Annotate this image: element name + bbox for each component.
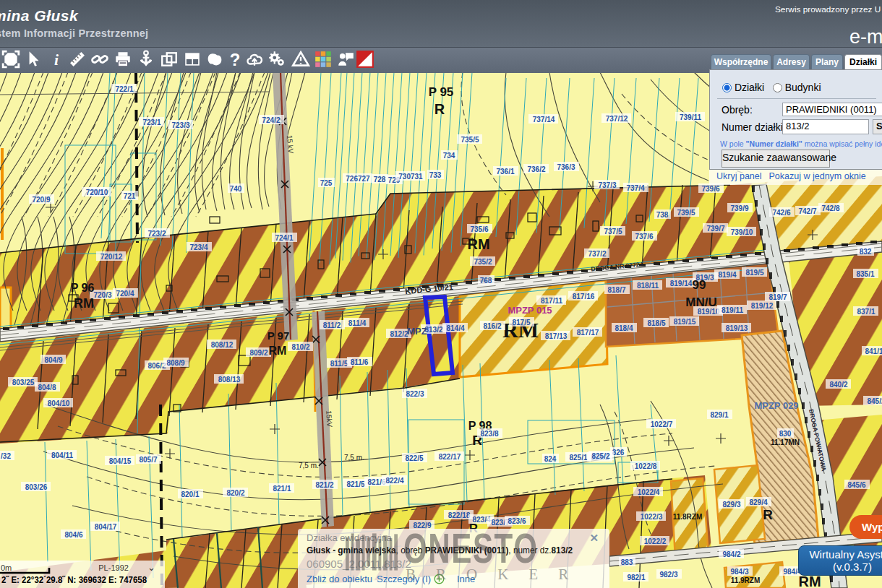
svg-text:RM: RM [798, 574, 821, 588]
svg-text:723/4: 723/4 [189, 243, 207, 251]
svg-text:723/1: 723/1 [142, 118, 160, 126]
svg-text:P 97: P 97 [267, 329, 290, 342]
svg-text:817/17: 817/17 [577, 329, 599, 337]
svg-text:726727: 726727 [346, 175, 370, 183]
svg-text:11.9RZM: 11.9RZM [731, 576, 761, 584]
svg-text:817/16: 817/16 [573, 293, 595, 301]
svg-text:824: 824 [544, 455, 557, 463]
svg-text:723/3: 723/3 [171, 121, 189, 129]
svg-text:99: 99 [693, 278, 706, 292]
svg-text:818/4: 818/4 [615, 324, 633, 332]
svg-text:984/2: 984/2 [722, 550, 740, 558]
svg-text:R: R [434, 101, 445, 117]
svg-text:i: i [54, 51, 59, 69]
svg-text:816/2: 816/2 [483, 322, 501, 330]
svg-text:837/1: 837/1 [857, 308, 875, 316]
svg-text:RM: RM [269, 345, 287, 357]
svg-text:725: 725 [320, 179, 333, 187]
svg-text:818/5: 818/5 [647, 319, 665, 327]
svg-text:723/2: 723/2 [147, 230, 166, 238]
svg-text:7,5 m.: 7,5 m. [344, 454, 364, 462]
svg-text:720/4: 720/4 [116, 290, 134, 298]
svg-text:817/11: 817/11 [541, 297, 562, 305]
svg-text:R: R [763, 507, 773, 522]
svg-text:984/3: 984/3 [730, 568, 748, 576]
svg-text:RM: RM [467, 236, 489, 252]
svg-text:RM: RM [74, 296, 94, 311]
svg-text:823/8: 823/8 [480, 430, 498, 438]
svg-text:811/5: 811/5 [330, 360, 348, 368]
svg-text:982/3: 982/3 [659, 571, 677, 579]
svg-text:814/4: 814/4 [446, 324, 464, 332]
svg-text:7,5 m.: 7,5 m. [299, 462, 319, 470]
svg-text:768: 768 [480, 277, 492, 285]
svg-text:737/5: 737/5 [604, 228, 622, 235]
svg-text:803/25: 803/25 [12, 379, 35, 386]
svg-text:804/11: 804/11 [51, 451, 73, 459]
svg-text:737/6: 737/6 [635, 233, 653, 241]
svg-text:720/12: 720/12 [100, 253, 123, 261]
svg-text:736/2: 736/2 [527, 165, 545, 173]
svg-text:739/5: 739/5 [677, 209, 695, 217]
svg-text:819/15: 819/15 [674, 318, 696, 326]
svg-text:MPZP 029: MPZP 029 [754, 400, 798, 411]
svg-text:840/2: 840/2 [829, 381, 847, 389]
svg-text:811/2: 811/2 [323, 321, 341, 329]
svg-text:819/4: 819/4 [718, 271, 736, 279]
svg-text:734: 734 [443, 152, 455, 160]
svg-text:820/2: 820/2 [226, 489, 244, 497]
svg-text:821/1: 821/1 [273, 485, 291, 493]
svg-text:818/11: 818/11 [637, 282, 659, 290]
svg-text:739/9: 739/9 [730, 204, 748, 212]
svg-text:808/13: 808/13 [218, 376, 241, 384]
svg-text:P 96: P 96 [71, 282, 95, 294]
svg-text:805/7: 805/7 [139, 456, 157, 464]
svg-text:737/4: 737/4 [626, 184, 644, 192]
svg-text:742/7: 742/7 [798, 207, 816, 215]
svg-text:720/10: 720/10 [86, 189, 108, 196]
svg-text:738: 738 [656, 211, 669, 219]
svg-text:737/14: 737/14 [533, 116, 555, 124]
svg-text:810/2: 810/2 [291, 343, 309, 351]
svg-text:804/9: 804/9 [44, 356, 62, 364]
svg-text:721: 721 [124, 192, 136, 200]
svg-text:735/2: 735/2 [474, 258, 492, 266]
svg-text:804/17: 804/17 [95, 523, 117, 531]
svg-text:?: ? [230, 50, 241, 69]
svg-text:736/1: 736/1 [496, 168, 514, 176]
svg-text:819/13: 819/13 [726, 324, 748, 332]
svg-text:819/12: 819/12 [751, 302, 774, 310]
svg-text:722/1: 722/1 [115, 85, 133, 93]
svg-text:MN/U: MN/U [685, 295, 716, 309]
svg-text:1022/3: 1022/3 [641, 513, 663, 521]
svg-text:11.8RZM: 11.8RZM [673, 513, 703, 521]
svg-text:739/7: 739/7 [706, 225, 724, 233]
svg-text:811/4: 811/4 [348, 319, 367, 327]
svg-text:11.17MN: 11.17MN [771, 438, 800, 446]
svg-text:830: 830 [779, 430, 792, 438]
svg-text:829/1: 829/1 [710, 411, 728, 419]
svg-text:841/1: 841/1 [865, 347, 882, 355]
svg-text:/32: /32 [1, 452, 11, 460]
svg-text:15 kV: 15 kV [286, 135, 295, 155]
svg-text:739/11: 739/11 [680, 113, 701, 121]
svg-text:804/15: 804/15 [109, 457, 132, 465]
svg-text:724/2: 724/2 [262, 116, 280, 124]
svg-text:812/2: 812/2 [390, 330, 408, 338]
svg-text:811/6: 811/6 [351, 358, 369, 366]
svg-text:819/11: 819/11 [722, 306, 743, 314]
svg-text:737/3: 737/3 [598, 181, 616, 189]
svg-text:1022/4: 1022/4 [638, 488, 660, 496]
svg-text:821/5: 821/5 [346, 480, 364, 488]
svg-text:742/8: 742/8 [821, 204, 839, 212]
svg-text:809/2: 809/2 [249, 349, 267, 357]
svg-text:MPZ: MPZ [407, 326, 427, 337]
svg-text:822/5: 822/5 [405, 454, 423, 462]
svg-text:832: 832 [860, 248, 872, 256]
svg-text:819/7: 819/7 [768, 293, 787, 301]
svg-text:728: 728 [374, 176, 386, 183]
svg-text:733: 733 [429, 171, 442, 179]
svg-text:822/18: 822/18 [448, 511, 471, 519]
svg-text:845/2: 845/2 [867, 397, 882, 405]
svg-text:1022/8: 1022/8 [635, 462, 657, 470]
